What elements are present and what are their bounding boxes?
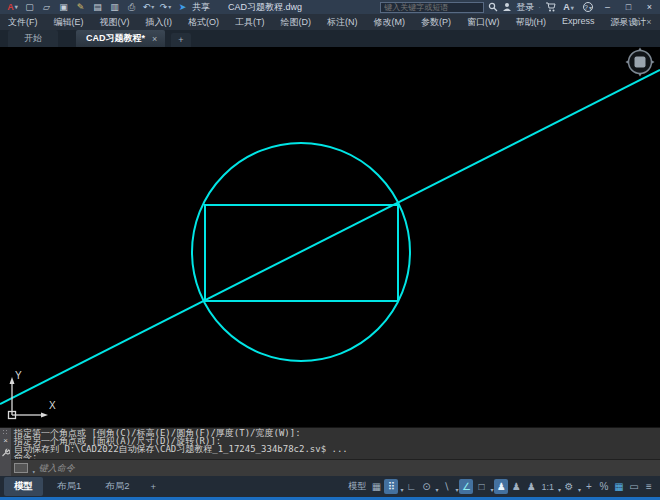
object-snap-icon[interactable]: □ [474,479,488,494]
doc-close-button[interactable]: × [642,17,656,27]
drawing-svg: Y X [0,47,660,427]
navigation-wheel-icon[interactable] [626,48,655,77]
app-window: A▢▱▣✎▤▥⎙↶↷➤ 共享 CAD习题教程.dwg 登录 · A ? – □ … [0,0,660,500]
isometric-drafting-icon-caret[interactable] [454,478,458,496]
plot-icon[interactable]: ⎙ [125,1,138,14]
ucs-y-label: Y [15,370,22,381]
tab-start[interactable]: 开始 [8,30,58,47]
search-icon[interactable] [488,2,498,12]
ucs-icon: Y X [9,370,57,419]
menu-item-0[interactable]: 文件(F) [0,16,46,29]
tab-layout1[interactable]: 布局1 [47,477,91,496]
menu-item-10[interactable]: 窗口(W) [459,16,508,29]
command-input-placeholder[interactable]: 键入命令 [39,462,75,475]
menu-item-5[interactable]: 工具(T) [227,16,273,29]
command-close-icon[interactable]: × [3,437,8,445]
command-window: 指定第一个角点或 [倒角(C)/标高(E)/圆角(F)/厚度(T)/宽度(W)]… [11,428,660,476]
model-space-canvas[interactable]: Y X [0,47,660,427]
status-toggles: 模型▦⠿∟⊙∖∠□♟♟♟1:1⚙+%▦▭≡ [346,478,660,496]
redo-icon[interactable]: ↷ [159,0,172,13]
ucs-x-label: X [49,400,56,411]
quick-access-toolbar: A▢▱▣✎▤▥⎙↶↷➤ [4,0,191,14]
command-panel-grip[interactable]: × [0,428,11,476]
open-folder-icon[interactable]: ▱ [40,0,53,13]
command-input-row[interactable]: 键入命令 [11,459,660,476]
autoscale-icon[interactable]: ♟ [509,479,523,494]
minimize-button[interactable]: – [599,1,616,14]
drawn-diagonal-line[interactable] [0,70,660,404]
annotation-scale-caret[interactable] [557,478,561,496]
menu-item-9[interactable]: 参数(P) [413,16,459,29]
drag-grip-icon[interactable] [2,429,9,434]
annotation-visibility-icon[interactable]: ♟ [494,479,508,494]
share-icon[interactable]: ➤ [176,0,189,13]
isometric-drafting-icon[interactable]: ∖ [439,479,453,494]
search-input[interactable] [380,2,484,13]
snap-mode-icon[interactable]: ⠿ [384,479,398,494]
annotation-monitor-icon[interactable]: ♟ [524,479,538,494]
publish-icon[interactable]: ▤ [91,0,104,13]
tab-model[interactable]: 模型 [4,477,43,496]
clean-screen-icon[interactable]: ▭ [627,479,641,494]
grid-display-icon[interactable]: ▦ [369,479,383,494]
workspace-gear-icon[interactable]: ⚙ [562,479,576,494]
menu-item-12[interactable]: Express [554,16,603,29]
menu-item-8[interactable]: 修改(M) [366,16,414,29]
close-button[interactable]: × [641,1,658,14]
window-title: CAD习题教程.dwg [228,1,302,14]
share-label[interactable]: 共享 [192,1,210,14]
command-line-2: 自动保存到 D:\CAD2022自动保存\CAD习题教程_1_17245_334… [14,445,660,453]
maximize-button[interactable]: □ [620,1,637,14]
sign-in-button[interactable]: 登录 [516,1,534,14]
undo-icon[interactable]: ↶ [142,0,155,13]
title-bar: A▢▱▣✎▤▥⎙↶↷➤ 共享 CAD习题教程.dwg 登录 · A ? – □ … [0,0,660,14]
save-as-icon[interactable]: ✎ [74,0,87,13]
new-file-icon[interactable]: ▢ [23,0,36,13]
doc-minimize-button[interactable]: – [614,17,628,27]
graphics-performance-icon[interactable]: ▦ [612,479,626,494]
command-badge-icon[interactable] [14,463,28,473]
app-logo-icon[interactable]: A [6,0,19,13]
mobile-icon[interactable]: ▥ [108,0,121,13]
wrench-icon[interactable] [1,448,10,457]
menu-item-1[interactable]: 编辑(E) [46,16,92,29]
command-panel: × 指定第一个角点或 [倒角(C)/标高(E)/圆角(F)/厚度(T)/宽度(W… [0,427,660,476]
object-snap-tracking-icon[interactable]: ∠ [459,479,473,494]
cart-icon[interactable] [545,2,556,12]
file-tab-bar: 开始 CAD习题教程* × + [0,30,660,47]
tab-close-icon[interactable]: × [152,34,157,44]
command-dropdown-icon[interactable] [31,459,36,478]
menu-item-7[interactable]: 标注(N) [319,16,366,29]
menu-item-4[interactable]: 格式(O) [180,16,227,29]
tab-active-drawing[interactable]: CAD习题教程* × [76,30,165,47]
crosshair-plus-icon[interactable]: + [582,479,596,494]
model-space-toggle[interactable]: 模型 [346,479,368,494]
separator-dot: · [538,3,541,12]
snap-mode-icon-caret[interactable] [399,478,403,496]
new-tab-button[interactable]: + [171,33,190,47]
save-icon[interactable]: ▣ [57,0,70,13]
object-snap-icon-caret[interactable] [489,478,493,496]
annotation-scale[interactable]: 1:1 [539,479,556,494]
menu-item-6[interactable]: 绘图(D) [273,16,320,29]
doc-restore-button[interactable]: ⧉ [628,17,642,28]
customization-icon[interactable]: ≡ [642,479,656,494]
isolate-objects-icon[interactable]: % [597,479,611,494]
ortho-mode-icon[interactable]: ∟ [404,479,418,494]
polar-tracking-icon[interactable]: ⊙ [419,479,433,494]
menu-bar: 文件(F)编辑(E)视图(V)插入(I)格式(O)工具(T)绘图(D)标注(N)… [0,14,660,30]
add-layout-button[interactable]: + [144,478,164,495]
polar-tracking-icon-caret[interactable] [434,478,438,496]
menu-item-3[interactable]: 插入(I) [138,16,181,29]
menu-item-11[interactable]: 帮助(H) [508,16,555,29]
workspace-gear-icon-caret[interactable] [577,478,581,496]
app-store-icon[interactable]: A [562,1,575,14]
document-window-controls: – ⧉ × [614,14,656,30]
user-icon[interactable] [502,2,512,12]
help-icon[interactable]: ? [583,2,593,12]
status-bar: 模型 布局1 布局2 + 模型▦⠿∟⊙∖∠□♟♟♟1:1⚙+%▦▭≡ [0,476,660,497]
tab-layout2[interactable]: 布局2 [95,477,139,496]
tab-active-label: CAD习题教程* [86,32,145,45]
command-history: 指定第一个角点或 [倒角(C)/标高(E)/圆角(F)/厚度(T)/宽度(W)]… [11,428,660,459]
menu-item-2[interactable]: 视图(V) [92,16,138,29]
